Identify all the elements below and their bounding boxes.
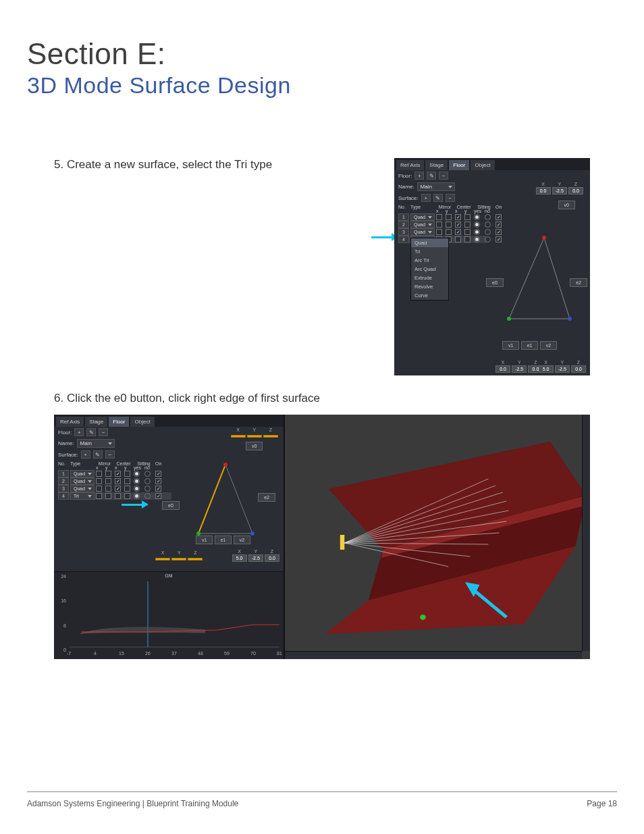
scrollbar-horizontal[interactable] <box>285 651 582 659</box>
minus-icon[interactable]: − <box>439 172 448 180</box>
tab-stage[interactable]: Stage <box>425 160 448 170</box>
profile-chart: 241680 -7415263748597081 GM <box>54 571 284 659</box>
col-type: Type <box>410 205 435 209</box>
type-select[interactable]: Quad <box>410 221 435 228</box>
plus-icon[interactable]: + <box>414 172 424 180</box>
col-no: No. <box>398 205 409 209</box>
chart-y-tick: 24 <box>61 574 66 579</box>
tab-object[interactable]: Object <box>130 417 154 427</box>
mirror-y-checkbox[interactable] <box>446 214 452 220</box>
center-y-checkbox[interactable] <box>464 214 471 220</box>
e0-button[interactable]: e0 <box>486 278 504 287</box>
plus-icon[interactable]: + <box>74 428 84 436</box>
center-x-checkbox[interactable] <box>455 214 461 220</box>
v2-button[interactable]: v2 <box>234 536 250 544</box>
v2-button[interactable]: v2 <box>540 341 557 350</box>
e0-button[interactable]: e0 <box>162 501 180 510</box>
plus-icon[interactable]: + <box>81 450 90 459</box>
chart-x-tick: 81 <box>277 651 282 656</box>
minus-icon[interactable]: − <box>105 450 115 459</box>
minus-icon[interactable]: − <box>99 428 108 436</box>
chart-y-tick: 0 <box>63 648 66 652</box>
v0-button[interactable]: v0 <box>246 442 263 450</box>
section-label: Section E: <box>27 37 617 71</box>
surface-label: Surface: <box>398 195 419 201</box>
tab-floor[interactable]: Floor <box>449 160 469 170</box>
dropdown-option[interactable]: Curve <box>411 291 448 300</box>
coord-y[interactable]: -2.5 <box>552 187 567 194</box>
arrow-icon <box>122 501 149 508</box>
dropdown-option[interactable]: Revolve <box>411 282 448 291</box>
pencil-icon[interactable]: ✎ <box>433 194 443 202</box>
minus-icon[interactable]: − <box>446 194 455 202</box>
chart-title: GM <box>165 573 172 578</box>
pencil-icon[interactable]: ✎ <box>427 172 436 180</box>
svg-point-9 <box>223 463 227 467</box>
table-row: 1 Quad <box>58 470 171 477</box>
svg-rect-29 <box>340 535 344 550</box>
row-number[interactable]: 4 <box>398 236 409 243</box>
type-dropdown[interactable]: Quad Tri Arc Tri Arc Quad Extrude Revolv… <box>410 238 449 301</box>
row-number[interactable]: 1 <box>398 213 409 221</box>
row-number[interactable]: 2 <box>398 221 409 228</box>
v1-button[interactable]: v1 <box>502 341 519 350</box>
3d-surface-render <box>285 415 590 659</box>
chart-x-tick: 26 <box>145 651 151 656</box>
v0-button[interactable]: v0 <box>558 201 575 209</box>
svg-point-11 <box>250 531 254 536</box>
scrollbar-vertical[interactable] <box>582 415 590 651</box>
e2-button[interactable]: e2 <box>570 278 587 287</box>
top-coords: X Y Z 0.0 -2.5 0.0 <box>536 181 583 194</box>
svg-point-30 <box>420 615 426 620</box>
row-number[interactable]: 3 <box>398 228 409 236</box>
tab-ref-axis[interactable]: Ref Axis <box>396 160 424 170</box>
v1-button[interactable]: v1 <box>196 536 213 544</box>
dropdown-option[interactable]: Extrude <box>411 273 448 282</box>
sitting-yes-radio[interactable] <box>474 214 480 220</box>
pencil-icon[interactable]: ✎ <box>86 428 96 436</box>
figure-1: Ref Axis Stage Floor Object Floor: + ✎ − <box>374 158 590 375</box>
dropdown-option[interactable]: Quad <box>411 238 448 247</box>
pencil-icon[interactable]: ✎ <box>93 450 103 459</box>
chart-y-tick: 16 <box>61 598 66 603</box>
coord-z[interactable]: 0.0 <box>568 187 583 194</box>
table-row: 1 Quad <box>398 213 486 221</box>
chart-x-tick: 48 <box>198 651 203 656</box>
tab-object[interactable]: Object <box>471 160 494 170</box>
step-6-text: 6. Click the e0 button, click right edge… <box>54 392 617 405</box>
e1-button[interactable]: e1 <box>215 536 232 544</box>
chart-x-tick: 70 <box>250 651 256 656</box>
e2-button[interactable]: e2 <box>258 493 275 502</box>
svg-point-5 <box>568 317 572 321</box>
tab-ref-axis[interactable]: Ref Axis <box>56 417 84 427</box>
step-5-text: 5. Create a new surface, select the Tri … <box>54 158 272 172</box>
svg-line-1 <box>544 238 570 319</box>
chart-x-tick: 4 <box>94 651 97 656</box>
plus-icon[interactable]: + <box>421 194 431 202</box>
coord-y[interactable] <box>247 435 262 438</box>
chart-y-tick: 8 <box>63 623 66 627</box>
table-row: 2 Quad <box>398 221 486 228</box>
section-subtitle: 3D Mode Surface Design <box>27 72 617 99</box>
tab-floor[interactable]: Floor <box>109 417 129 427</box>
3d-viewport[interactable] <box>284 415 590 659</box>
type-select[interactable]: Quad <box>410 228 435 236</box>
chart-x-tick: 37 <box>171 651 177 656</box>
br-coords: X Y Z 5.0 -2.5 0.0 <box>539 359 586 373</box>
coord-z[interactable] <box>263 435 278 438</box>
name-select[interactable]: Main <box>77 439 115 448</box>
dropdown-option[interactable]: Arc Tri <box>411 256 448 265</box>
type-select[interactable]: Quad <box>410 213 435 221</box>
name-select[interactable]: Main <box>417 182 455 191</box>
svg-line-7 <box>225 465 252 533</box>
chart-x-tick: 59 <box>224 651 230 656</box>
dropdown-option[interactable]: Arc Quad <box>411 265 448 273</box>
footer-module: Blueprint Training Module <box>146 799 238 808</box>
tab-stage[interactable]: Stage <box>85 417 107 427</box>
e1-button[interactable]: e1 <box>521 341 539 350</box>
chart-x-tick: 15 <box>119 651 124 656</box>
dropdown-option[interactable]: Tri <box>411 247 448 256</box>
mirror-x-checkbox[interactable] <box>436 214 442 220</box>
coord-x[interactable]: 0.0 <box>536 187 551 194</box>
coord-x[interactable] <box>231 435 246 438</box>
